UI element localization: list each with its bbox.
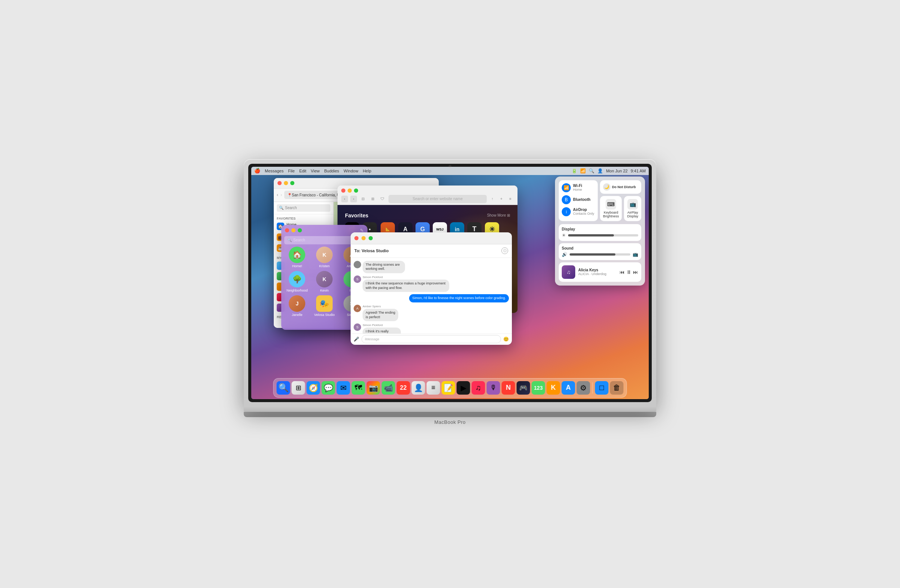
- menubar-window[interactable]: Window: [343, 169, 358, 173]
- dock-sysprefs[interactable]: ⚙: [577, 381, 590, 395]
- safari-max-btn[interactable]: [354, 189, 358, 193]
- cc-airplay-sound-icon[interactable]: 📺: [633, 252, 638, 257]
- chat-info-btn[interactable]: ⓘ: [501, 248, 508, 254]
- messages-max-btn[interactable]: [369, 236, 373, 240]
- dock-finder[interactable]: 🔍: [277, 381, 290, 395]
- msg-5-content: Simon Pickford I think it's really start…: [363, 323, 417, 333]
- maps-back-icon[interactable]: ‹: [277, 192, 278, 198]
- cc-wifi-item[interactable]: 📶 Wi-Fi Home: [562, 183, 595, 192]
- contact-cell-kevin[interactable]: K Kevin: [312, 271, 337, 292]
- msg-4-content: Amber Spiers Agreed! The ending is perfe…: [363, 305, 414, 321]
- safari-address-bar[interactable]: Search or enter website name: [388, 195, 487, 203]
- contacts-close-btn[interactable]: [285, 228, 289, 232]
- menubar-app-name[interactable]: Messages: [265, 169, 284, 173]
- cc-airplay-icon: 📺: [627, 199, 638, 209]
- safari-reader-btn[interactable]: ≡: [507, 196, 514, 203]
- contacts-max-btn[interactable]: [298, 228, 302, 232]
- contact-cell-home[interactable]: 🏠 Home!: [285, 247, 309, 268]
- safari-close-btn[interactable]: [341, 189, 345, 193]
- messages-min-btn[interactable]: [362, 236, 366, 240]
- cc-network-module: 📶 Wi-Fi Home B Bluetooth: [559, 180, 598, 221]
- cc-volume-icon: 🔊: [562, 252, 567, 257]
- contacts-min-btn[interactable]: [292, 228, 295, 232]
- messages-close-btn[interactable]: [354, 236, 358, 240]
- dock-news[interactable]: N: [502, 381, 515, 395]
- cc-volume-track[interactable]: [569, 253, 630, 255]
- dock-reminders[interactable]: ≡: [427, 381, 440, 395]
- messages-window[interactable]: To: Velosa Studio ⓘ The driving scenes a…: [351, 232, 512, 345]
- dock-maps[interactable]: 🗺: [352, 381, 365, 395]
- safari-back-btn[interactable]: ‹: [341, 196, 348, 203]
- dock-contacts[interactable]: 👤: [412, 381, 425, 395]
- cc-airdrop-item[interactable]: ↕ AirDrop Contacts Only: [562, 207, 595, 216]
- user-icon[interactable]: 👤: [597, 168, 603, 173]
- dock-tv[interactable]: ▶: [457, 381, 470, 395]
- safari-min-btn[interactable]: [348, 189, 352, 193]
- safari-add-btn[interactable]: +: [498, 196, 505, 203]
- dock-appstore[interactable]: A: [562, 381, 575, 395]
- maps-min-btn[interactable]: [284, 181, 288, 185]
- contact-cell-velosa[interactable]: 🎭 Velosa Studio: [312, 295, 337, 317]
- dock-photos[interactable]: 📷: [367, 381, 380, 395]
- safari-share-btn[interactable]: ↑: [489, 196, 496, 203]
- safari-forward-btn[interactable]: ›: [350, 196, 357, 203]
- contact-cell-neighborhood[interactable]: 🌳 Neighborhood: [285, 271, 309, 292]
- msg-2-content: Simon Pickford I think the new sequence …: [363, 275, 486, 292]
- cc-airplay-btn[interactable]: 📺 AirPlay Display: [624, 196, 641, 221]
- menubar-view[interactable]: View: [311, 169, 320, 173]
- dock-keynote[interactable]: K: [547, 381, 560, 395]
- safari-favorites-title: Favorites: [345, 212, 368, 218]
- safari-sidebar-icon[interactable]: ⊟: [359, 195, 367, 203]
- dock-messages[interactable]: 💬: [322, 381, 335, 395]
- dock-podcasts[interactable]: 🎙: [487, 381, 500, 395]
- maps-search-input[interactable]: 🔍 Search: [277, 204, 331, 212]
- search-icon[interactable]: 🔍: [589, 168, 594, 173]
- wifi-icon[interactable]: 📶: [580, 168, 586, 173]
- chat-audio-btn[interactable]: 🎤: [354, 337, 359, 342]
- menubar-buddies[interactable]: Buddies: [324, 169, 339, 173]
- cc-bluetooth-item[interactable]: B Bluetooth: [562, 195, 595, 204]
- dock-facetime[interactable]: 📹: [382, 381, 395, 395]
- safari-tab-icon[interactable]: ⊞: [369, 195, 377, 203]
- dock-launchpad[interactable]: ⊞: [292, 381, 305, 395]
- cc-play-btn[interactable]: ⏸: [626, 269, 632, 275]
- contact-neighborhood-name: Neighborhood: [287, 289, 308, 292]
- chat-input-field[interactable]: iMessage: [362, 335, 501, 343]
- cc-wifi-sub: Home: [573, 188, 595, 192]
- maps-forward-icon[interactable]: ›: [281, 192, 282, 198]
- menubar: 🍎 Messages File Edit View Buddies Window…: [251, 167, 649, 175]
- apple-menu[interactable]: 🍎: [254, 168, 260, 173]
- menubar-edit[interactable]: Edit: [299, 169, 306, 173]
- contact-cell-kristen[interactable]: K Kristen: [312, 247, 337, 268]
- dock-calendar[interactable]: 22: [397, 381, 410, 395]
- chat-emoji-btn[interactable]: 😊: [503, 337, 509, 342]
- cc-brightness-track[interactable]: [568, 234, 638, 237]
- menubar-file[interactable]: File: [288, 169, 295, 173]
- cc-keyboard-btn[interactable]: ⌨ Keyboard Brightness: [600, 196, 622, 221]
- dock-arcade[interactable]: 🎮: [517, 381, 530, 395]
- contact-cell-janelle[interactable]: J Janelle: [285, 295, 309, 317]
- cc-prev-btn[interactable]: ⏮: [619, 269, 625, 275]
- dock-music[interactable]: ♫: [472, 381, 485, 395]
- dock-notes[interactable]: 📝: [442, 381, 455, 395]
- safari-shield-icon[interactable]: 🛡: [379, 195, 386, 203]
- cc-bluetooth-icon: B: [562, 195, 571, 204]
- maps-close-btn[interactable]: [278, 181, 282, 185]
- cc-next-btn[interactable]: ⏭: [633, 269, 638, 275]
- safari-show-more-btn[interactable]: Show More ⊞: [487, 213, 510, 217]
- cc-music-module[interactable]: ♫ Alicia Keys ALICIA · Underdog ⏮ ⏸ ⏭: [559, 262, 641, 282]
- cc-dnd-module[interactable]: 🌙 Do Not Disturb: [600, 180, 641, 194]
- dock-numbers[interactable]: 123: [532, 381, 545, 395]
- dock-safari[interactable]: 🧭: [307, 381, 320, 395]
- maps-max-btn[interactable]: [290, 181, 294, 185]
- msg-3-bubble: Simon, I'd like to finesse the night sce…: [409, 294, 509, 302]
- dock-trash[interactable]: 🗑: [610, 381, 624, 395]
- menubar-help[interactable]: Help: [363, 169, 371, 173]
- dock-mail[interactable]: ✉: [337, 381, 350, 395]
- cc-airdrop-icon: ↕: [562, 207, 571, 216]
- msg-4-sender: Amber Spiers: [363, 305, 414, 308]
- control-center[interactable]: 📶 Wi-Fi Home B Bluetooth: [555, 176, 645, 286]
- dock-finder-window[interactable]: □: [595, 381, 608, 395]
- cc-right-col: 🌙 Do Not Disturb ⌨ Keyboard Brightness: [600, 180, 641, 221]
- cc-music-title: Alicia Keys: [578, 268, 616, 272]
